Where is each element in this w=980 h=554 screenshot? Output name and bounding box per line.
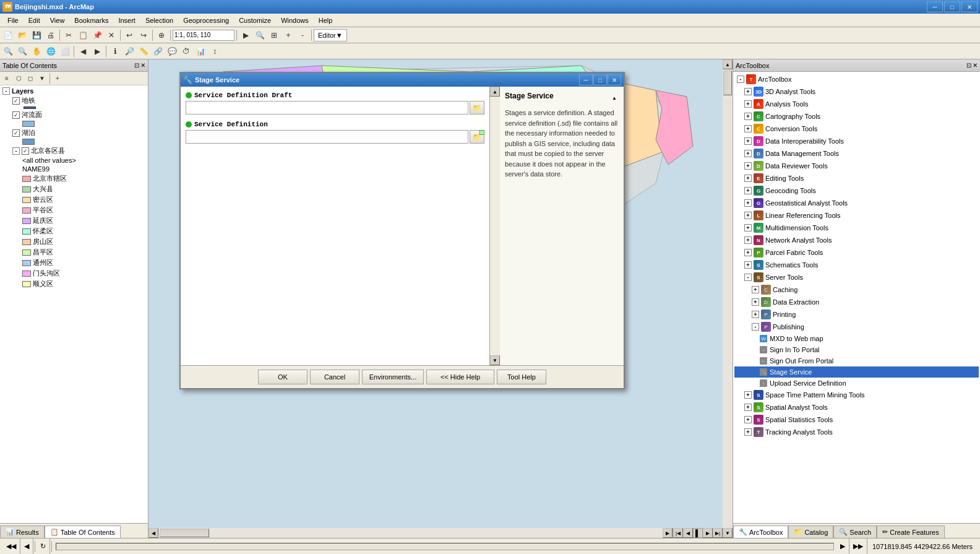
tool-conversion-expand[interactable]: + (744, 125, 752, 132)
district-daxing[interactable]: 大兴县 (21, 184, 147, 194)
tool-linear-expand[interactable]: + (744, 212, 752, 219)
tool-publishing[interactable]: - P Publishing (734, 321, 979, 333)
tool-caching-expand[interactable]: + (752, 286, 759, 293)
tool-geostat[interactable]: + G Geostatistical Analyst Tools (734, 197, 979, 209)
sdd-browse-button[interactable]: 📁 (470, 101, 484, 115)
zoom-out-button[interactable]: - (296, 28, 309, 42)
tool-interop[interactable]: + D Data Interoperability Tools (734, 135, 979, 147)
status-nav-fwd[interactable]: ▶ (836, 539, 849, 554)
district-changping[interactable]: 昌平区 (21, 247, 147, 258)
tool-signout[interactable]: ← Sign Out From Portal (734, 355, 979, 366)
status-refresh[interactable]: ↻ (37, 539, 50, 554)
zoom-in-button[interactable]: + (282, 28, 295, 42)
cancel-button[interactable]: Cancel (310, 370, 359, 384)
ok-button[interactable]: OK (258, 370, 307, 384)
tool-reviewer[interactable]: + D Data Reviewer Tools (734, 160, 979, 172)
toc-list-view[interactable]: ≡ (1, 73, 12, 84)
district-mentougou[interactable]: 门头沟区 (21, 268, 147, 279)
district-pinggu[interactable]: 平谷区 (21, 205, 147, 215)
beijing-name99[interactable]: NAME99 (21, 165, 147, 173)
scale-input[interactable] (173, 30, 234, 41)
dlg-scroll-up[interactable]: ▲ (490, 87, 500, 97)
print-button[interactable]: 🖨 (44, 28, 58, 42)
tool-geostat-expand[interactable]: + (744, 199, 752, 207)
tool-datamgmt[interactable]: + D Data Management Tools (734, 147, 979, 160)
layer-heliu-checkbox[interactable] (12, 111, 20, 119)
toolbox-close-icon[interactable]: ✕ (973, 62, 978, 69)
tool-multidim-expand[interactable]: + (744, 224, 752, 232)
stage-service-dialog[interactable]: 🔧 Stage Service ─ □ ✕ (179, 72, 625, 389)
tool-schematics-expand[interactable]: + (744, 261, 752, 269)
scroll-track-h[interactable] (158, 528, 663, 538)
district-tongzhou[interactable]: 通州区 (21, 258, 147, 268)
dialog-close[interactable]: ✕ (608, 74, 621, 85)
tool-stage-service[interactable]: 🔧 Stage Service (734, 366, 979, 378)
tool-analysis-expand[interactable]: + (744, 100, 752, 108)
open-button[interactable]: 📂 (15, 28, 29, 42)
toolbox-tab[interactable]: 🔧 ArcToolbox (733, 526, 788, 538)
layers-expand[interactable]: - (2, 87, 10, 95)
delete-button[interactable]: ✕ (105, 28, 118, 42)
tool-upload-svc[interactable]: ↑ Upload Service Definition (734, 378, 979, 389)
tool-editing[interactable]: + E Editing Tools (734, 172, 979, 184)
menu-insert[interactable]: Insert (113, 14, 140, 27)
map-scrollbar-vertical[interactable]: ▲ ▼ (723, 59, 733, 538)
tool-tracking-expand[interactable]: + (744, 428, 752, 436)
menu-customize[interactable]: Customize (234, 14, 276, 27)
tool-geocoding[interactable]: + G Geocoding Tools (734, 184, 979, 197)
measure-tool[interactable]: 📏 (137, 45, 150, 58)
dlg-scroll-track[interactable] (490, 97, 500, 355)
cut-button[interactable]: ✂ (62, 28, 75, 42)
tool-reviewer-expand[interactable]: + (744, 162, 752, 170)
toolbox-root[interactable]: - T ArcToolbox (734, 73, 979, 85)
district-bj[interactable]: 北京市辖区 (21, 173, 147, 184)
zoom-out-fixed[interactable]: 🔍 (15, 45, 29, 58)
sd-browse-button[interactable]: 📁 (470, 130, 484, 144)
tool-parcel[interactable]: + P Parcel Fabric Tools (734, 246, 979, 259)
toc-tab[interactable]: 📋 Table Of Contents (45, 526, 121, 538)
toc-dock-icon[interactable]: ⊡ (134, 62, 139, 69)
tool-conversion[interactable]: + C Conversion Tools (734, 123, 979, 135)
swipe-tool[interactable]: ↕ (208, 45, 221, 58)
menu-help[interactable]: Help (314, 14, 338, 27)
identify-tool[interactable]: ℹ (108, 45, 122, 58)
tool-geocoding-expand[interactable]: + (744, 187, 752, 194)
nav-next[interactable]: ▶ (703, 528, 713, 538)
menu-edit[interactable]: Edit (24, 14, 45, 27)
layer-hupo-checkbox[interactable] (12, 129, 20, 137)
district-miyun[interactable]: 密云区 (21, 194, 147, 205)
scroll-track-v[interactable] (723, 69, 733, 528)
menu-selection[interactable]: Selection (140, 14, 178, 27)
tool-spacetime[interactable]: + S Space Time Pattern Mining Tools (734, 389, 979, 401)
toolbox-root-expand[interactable]: - (737, 76, 744, 83)
catalog-tab[interactable]: 📁 Catalog (788, 526, 833, 538)
create-features-tab[interactable]: ✏ Create Features (877, 526, 944, 538)
beijing-allvalues[interactable]: <all other values> (21, 156, 147, 165)
menu-windows[interactable]: Windows (276, 14, 314, 27)
toc-add[interactable]: + (52, 73, 63, 84)
zoom-button[interactable]: 🔍 (253, 28, 267, 42)
toc-options[interactable]: ▼ (37, 73, 48, 84)
tool-parcel-expand[interactable]: + (744, 249, 752, 256)
tool-linear[interactable]: + L Linear Referencing Tools (734, 209, 979, 222)
graph-button[interactable]: 📊 (194, 45, 207, 58)
hide-help-button[interactable]: << Hide Help (426, 370, 494, 384)
sd-input[interactable] (186, 130, 468, 144)
tool-signin[interactable]: → Sign In To Portal (734, 344, 979, 355)
nav-prev[interactable]: ◀ (683, 528, 693, 538)
status-nav-end[interactable]: ▶▶ (849, 539, 867, 554)
tool-network[interactable]: + N Network Analyst Tools (734, 234, 979, 246)
tool-network-expand[interactable]: + (744, 236, 752, 244)
earth-button[interactable]: 🌐 (44, 45, 58, 58)
maximize-button[interactable]: □ (944, 1, 960, 12)
tool-publishing-expand[interactable]: - (752, 323, 759, 331)
map-area[interactable]: 北京市辖区 怀柔区 密云区 昌平区 延庆区 门头沟区 房山区 大兴县 通州区 顺… (148, 59, 733, 538)
district-huairou[interactable]: 怀柔区 (21, 226, 147, 236)
scroll-thumb-v[interactable] (723, 71, 732, 95)
sdd-input[interactable] (186, 101, 468, 115)
scroll-left-button[interactable]: ◀ (148, 528, 158, 538)
tool-spacetime-expand[interactable]: + (744, 391, 752, 399)
full-extent-button[interactable]: ⊞ (267, 28, 281, 42)
scroll-right-button[interactable]: ▶ (663, 528, 673, 538)
environments-button[interactable]: Environments... (362, 370, 424, 384)
